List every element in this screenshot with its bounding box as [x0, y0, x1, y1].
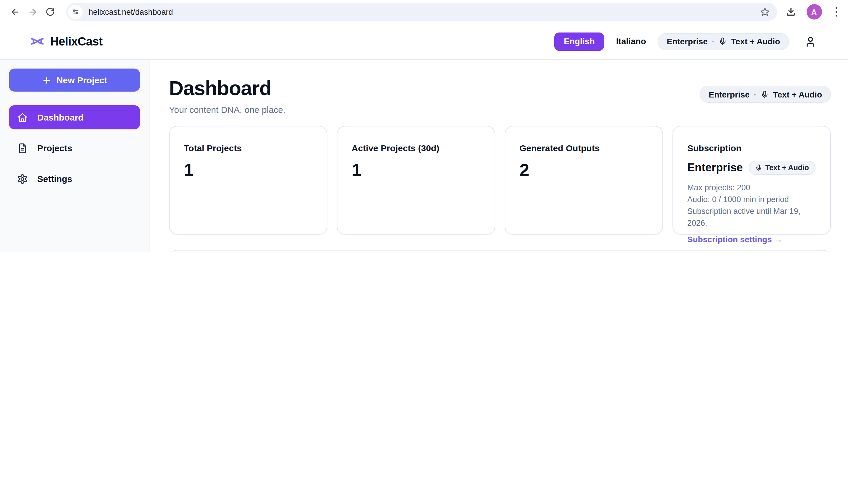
browser-profile-avatar[interactable]: A	[806, 4, 822, 19]
new-project-button[interactable]: New Project	[9, 69, 140, 92]
reload-icon[interactable]	[41, 3, 59, 21]
plan-separator: ·	[754, 90, 756, 99]
sidebar: New Project Dashboard Projects	[0, 60, 149, 252]
subscription-audio-usage: Audio: 0 / 1000 min in period	[687, 194, 816, 205]
sidebar-item-label: Dashboard	[37, 112, 84, 122]
brand-logo[interactable]: HelixCast	[30, 34, 103, 49]
url-bar[interactable]: helixcast.net/dashboard	[66, 3, 777, 21]
sidebar-item-settings[interactable]: Settings	[9, 167, 140, 191]
plus-icon	[42, 75, 51, 85]
gear-icon	[17, 174, 28, 184]
plan-badge-header: Enterprise · Text + Audio	[658, 33, 789, 50]
file-icon	[17, 143, 28, 153]
plan-badge-main: Enterprise · Text + Audio	[700, 86, 831, 103]
subscription-mode-badge: Text + Audio	[749, 161, 815, 175]
sidebar-item-projects[interactable]: Projects	[9, 136, 140, 160]
back-icon[interactable]	[6, 3, 24, 21]
new-project-label: New Project	[56, 75, 107, 85]
stats-row: Total Projects 1 Active Projects (30d) 1…	[169, 126, 831, 235]
home-icon	[17, 112, 28, 123]
language-english-button[interactable]: English	[554, 32, 604, 51]
forward-icon[interactable]	[24, 3, 41, 21]
user-icon[interactable]	[804, 35, 817, 48]
page-subtitle: Your content DNA, one place.	[169, 105, 285, 115]
url-text[interactable]: helixcast.net/dashboard	[89, 7, 760, 16]
page-title: Dashboard	[169, 77, 285, 99]
bookmark-star-icon[interactable]	[760, 7, 770, 17]
plan-name: Enterprise	[667, 37, 708, 46]
mic-icon	[719, 37, 727, 46]
mic-icon	[760, 90, 769, 98]
subscription-active-until: Subscription active until Mar 19, 2026.	[687, 205, 816, 229]
recent-projects-card: Recent Projects cast Feb 20, 2026 linked…	[169, 250, 831, 252]
dna-icon	[30, 34, 45, 49]
stat-card-generated-outputs: Generated Outputs 2	[505, 126, 663, 235]
sidebar-nav: Dashboard Projects Settings	[9, 105, 140, 191]
header-actions: English Italiano Enterprise · Text + Aud…	[554, 32, 817, 51]
browser-menu-icon[interactable]	[832, 5, 841, 19]
subscription-card: Subscription Enterprise Text + Audio Max…	[672, 126, 831, 235]
download-icon[interactable]	[785, 6, 796, 17]
stat-card-total-projects: Total Projects 1	[169, 126, 327, 235]
brand-name: HelixCast	[50, 35, 103, 48]
stat-value: 1	[184, 160, 312, 180]
mic-icon	[755, 164, 762, 172]
stat-card-active-projects: Active Projects (30d) 1	[337, 126, 495, 235]
plan-mode: Text + Audio	[731, 37, 780, 46]
plan-mode: Text + Audio	[773, 90, 822, 99]
subscription-mode: Text + Audio	[765, 164, 809, 172]
subscription-title: Subscription	[687, 143, 816, 153]
sidebar-item-dashboard[interactable]: Dashboard	[9, 105, 140, 129]
language-italiano-button[interactable]: Italiano	[615, 37, 647, 46]
browser-window: helixcast.net/dashboard A HelixCast Engl…	[0, 0, 848, 252]
app-header: HelixCast English Italiano Enterprise · …	[0, 24, 848, 60]
main-content: Dashboard Your content DNA, one place. E…	[149, 60, 848, 252]
stat-label: Active Projects (30d)	[351, 143, 481, 153]
site-settings-icon[interactable]	[68, 4, 83, 19]
subscription-plan: Enterprise	[687, 161, 743, 174]
stat-label: Generated Outputs	[520, 143, 648, 153]
browser-toolbar: helixcast.net/dashboard A	[0, 0, 848, 24]
subscription-max-projects: Max projects: 200	[687, 182, 816, 194]
plan-separator: ·	[712, 37, 715, 46]
stat-value: 2	[520, 160, 648, 180]
stat-value: 1	[351, 160, 481, 180]
toolbar-right: A	[785, 4, 841, 19]
plan-name: Enterprise	[708, 90, 750, 99]
stat-label: Total Projects	[184, 143, 312, 153]
sidebar-item-label: Projects	[37, 143, 72, 153]
sidebar-item-label: Settings	[37, 174, 72, 184]
subscription-settings-link[interactable]: Subscription settings →	[687, 235, 782, 244]
